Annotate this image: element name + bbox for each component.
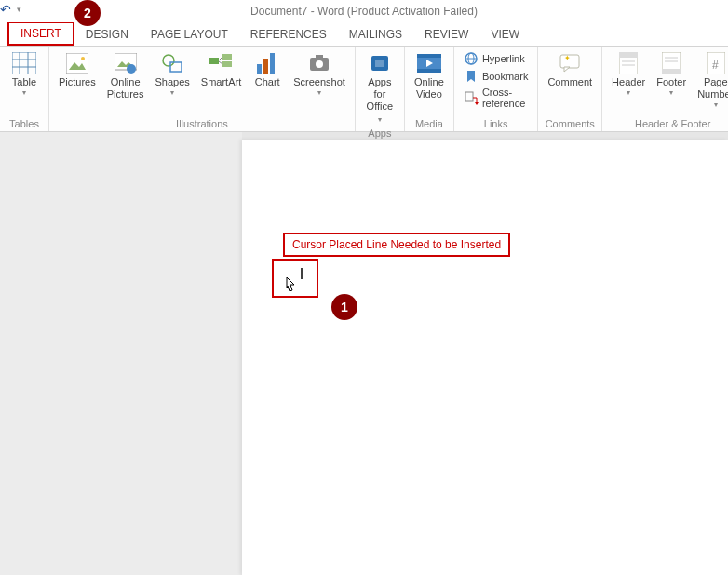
document-page[interactable]: Cursor Placed Line Needed to be Inserted… [242,140,728,575]
bookmark-icon [464,69,479,84]
online-video-button[interactable]: OnlineVideo [409,48,450,100]
caret-icon: ▾ [714,100,718,109]
svg-marker-37 [564,67,570,72]
svg-point-11 [163,55,174,66]
table-label: Table [12,76,36,88]
svg-rect-14 [222,54,232,60]
smartart-icon [207,50,236,76]
svg-line-17 [219,61,222,64]
pictures-button[interactable]: Pictures [53,48,101,88]
bookmark-button[interactable]: Bookmark [462,68,531,85]
svg-rect-5 [66,53,88,74]
group-tables: Table ▾ Tables [0,47,49,131]
header-button[interactable]: Header ▾ [606,48,651,97]
svg-rect-18 [257,64,262,74]
tab-view[interactable]: VIEW [479,22,531,46]
smartart-button[interactable]: SmartArt [195,48,247,88]
video-icon [414,50,444,76]
pictures-label: Pictures [59,76,96,88]
caret-icon: ▾ [627,88,630,97]
page-number-button[interactable]: # PageNumber ▾ [692,48,728,109]
tab-insert[interactable]: INSERT [7,21,74,46]
caret-icon: ▾ [22,88,26,97]
online-pictures-button[interactable]: OnlinePictures [101,48,150,100]
apps-for-office-button[interactable]: Apps forOffice ▾ [359,48,400,126]
tab-page-layout[interactable]: PAGE LAYOUT [140,22,239,46]
group-apps: Apps forOffice ▾ Apps [356,47,405,131]
group-label-media: Media [409,116,450,131]
svg-rect-34 [465,92,473,101]
hyperlink-icon [464,51,479,66]
svg-line-16 [219,57,222,60]
group-media: OnlineVideo Media [405,47,454,131]
ribbon-tabs: INSERT DESIGN PAGE LAYOUT REFERENCES MAI… [0,22,728,47]
caret-icon: ▾ [170,88,174,97]
caret-icon: ▾ [669,88,673,97]
screenshot-button[interactable]: Screenshot ▾ [288,48,351,97]
shapes-button[interactable]: Shapes ▾ [150,48,195,97]
svg-rect-23 [316,55,323,59]
chart-icon [252,50,282,76]
online-video-label: OnlineVideo [414,76,444,100]
page-number-label: PageNumber [697,76,728,100]
comment-icon: ✦ [555,50,585,76]
title-bar: ↶ ▾ Document7 - Word (Product Activation… [0,0,728,22]
shapes-label: Shapes [155,76,190,88]
footer-label: Footer [656,76,686,88]
smartart-label: SmartArt [201,76,241,88]
ribbon: Table ▾ Tables Pictures OnlinePictures S… [0,47,728,132]
header-label: Header [612,76,645,88]
online-pictures-icon [111,50,141,76]
online-pictures-label: OnlinePictures [107,76,144,100]
chart-label: Chart [255,76,280,88]
cursor-icon [281,264,309,292]
window-title: Document7 - Word (Product Activation Fai… [250,5,478,18]
group-label-apps: Apps [359,126,400,140]
annotation-cursor-box [272,259,318,298]
page-number-icon: # [701,50,728,76]
table-icon [9,50,39,76]
group-header-footer: Header ▾ Footer ▾ # PageNumber ▾ Header … [602,47,728,131]
footer-button[interactable]: Footer ▾ [651,48,692,97]
svg-text:#: # [712,59,719,72]
svg-rect-15 [222,61,232,67]
hyperlink-button[interactable]: Hyperlink [462,50,531,67]
svg-rect-13 [209,58,219,64]
apps-label: Apps forOffice ▾ [365,76,395,126]
svg-text:✦: ✦ [564,54,571,62]
group-comments: ✦ Comment Comments [538,47,602,131]
group-label-header-footer: Header & Footer [606,116,728,131]
svg-rect-40 [619,52,638,58]
tab-mailings[interactable]: MAILINGS [338,22,413,46]
group-label-illustrations: Illustrations [53,116,351,131]
svg-marker-33 [467,71,475,82]
tab-review[interactable]: REVIEW [413,22,479,46]
caret-icon: ▾ [317,88,321,97]
svg-rect-25 [375,60,384,67]
comment-button[interactable]: ✦ Comment [542,48,598,88]
table-button[interactable]: Table ▾ [4,48,45,97]
tab-design[interactable]: DESIGN [74,22,140,46]
apps-icon [365,50,395,76]
qat-dropdown-icon[interactable]: ▾ [17,5,21,14]
annotation-badge-2: 2 [74,0,101,26]
shapes-icon [157,50,187,76]
svg-point-10 [127,64,136,74]
svg-rect-44 [662,69,681,74]
group-illustrations: Pictures OnlinePictures Shapes ▾ SmartAr… [49,47,356,131]
annotation-badge-1: 1 [331,294,357,320]
picture-icon [62,50,92,76]
cross-reference-icon [464,90,479,105]
svg-marker-35 [475,102,479,105]
svg-rect-27 [417,54,441,58]
group-label-tables: Tables [4,116,45,131]
screenshot-label: Screenshot [293,76,345,88]
svg-point-22 [316,60,323,68]
header-icon [613,50,643,76]
svg-rect-12 [170,62,182,72]
undo-icon[interactable]: ↶ [0,2,11,17]
screenshot-icon [304,50,334,76]
cross-reference-button[interactable]: Cross-reference [462,86,531,110]
chart-button[interactable]: Chart [247,48,288,88]
tab-references[interactable]: REFERENCES [239,22,338,46]
